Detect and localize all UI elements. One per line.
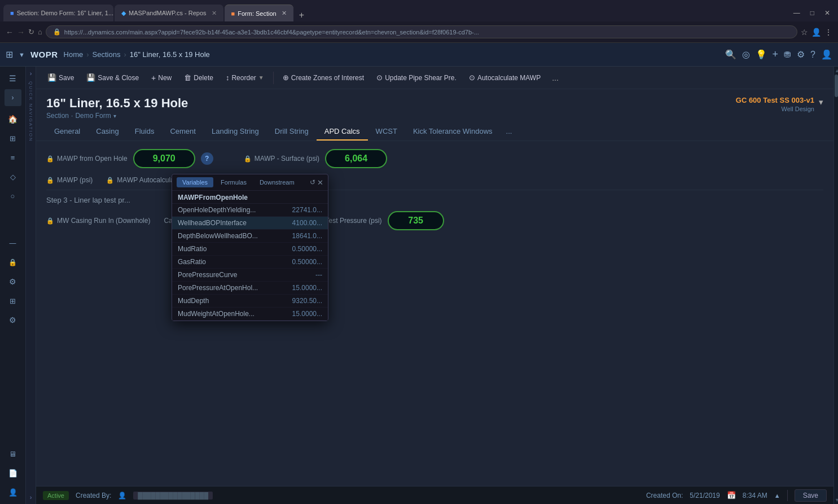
sidebar-user-icon[interactable]: 👤 — [5, 484, 21, 501]
popup-row-7[interactable]: MudDepth 9320.50... — [172, 295, 328, 308]
popup-row-5[interactable]: PorePressureCurve --- — [172, 269, 328, 282]
save-close-button[interactable]: 💾 Save & Close — [81, 71, 144, 84]
tab2-close[interactable]: ✕ — [212, 10, 217, 17]
popup-tab-downstream[interactable]: Downstream — [254, 177, 300, 187]
save-button[interactable]: 💾 Save — [42, 71, 80, 84]
right-scrollbar[interactable]: ▲ ▼ — [833, 67, 838, 504]
created-on-time: 8:34 AM — [743, 492, 767, 499]
tab3-close[interactable]: ✕ — [282, 10, 287, 17]
browser-tab-3[interactable]: ■ Form: Section ✕ — [225, 5, 293, 21]
window-maximize[interactable]: □ — [806, 7, 819, 19]
popup-row-0[interactable]: OpenHoleDepthYielding... 22741.0... — [172, 204, 328, 217]
mawp-surface-group: 🔒 MAWP - Surface (psi) 6,064 — [244, 149, 387, 168]
sidebar-menu-icon[interactable]: ☰ — [5, 70, 21, 87]
forward-button[interactable]: → — [17, 28, 25, 37]
update-pipe-button[interactable]: ⊙ Update Pipe Shear Pre. — [371, 71, 462, 84]
settings-icon[interactable]: ⋮ — [824, 28, 832, 37]
profile-icon[interactable]: 👤 — [811, 28, 821, 37]
address-input[interactable]: 🔒 https://...dynamics.com/main.aspx?appi… — [46, 25, 797, 38]
mawp-open-hole-input[interactable]: 9,070 — [133, 149, 195, 168]
tab-wcst[interactable]: WCST — [368, 123, 405, 141]
new-button[interactable]: + New — [146, 71, 177, 85]
target-icon[interactable]: ◎ — [742, 49, 750, 60]
sidebar-chevron-right[interactable]: › — [5, 89, 21, 106]
filter-icon[interactable]: ⛃ — [784, 50, 791, 60]
toolbar-more[interactable]: ... — [547, 71, 563, 85]
home-button[interactable]: ⌂ — [38, 28, 42, 36]
breadcrumb-home[interactable]: Home — [64, 50, 84, 59]
lightbulb-icon[interactable]: 💡 — [756, 49, 767, 60]
popup-row-value-8: 15.0000... — [292, 310, 322, 318]
statusbar-save-button[interactable]: Save — [795, 489, 827, 502]
sidebar-grid-icon[interactable]: ⊞ — [5, 292, 21, 309]
sidebar-settings-icon[interactable]: ⚙ — [5, 312, 21, 328]
sidebar-doc-icon[interactable]: 📄 — [5, 464, 21, 481]
page-title: 16" Liner, 16.5 x 19 Hole — [46, 96, 188, 111]
popup-row-3[interactable]: MudRatio 0.50000... — [172, 243, 328, 256]
delete-button[interactable]: 🗑 Delete — [178, 71, 219, 84]
back-button[interactable]: ← — [6, 28, 14, 37]
scrollbar-thumb[interactable] — [835, 74, 838, 97]
tab-apd-calcs[interactable]: APD Calcs — [317, 123, 368, 141]
sidebar-home-icon[interactable]: 🏠 — [5, 111, 21, 128]
sidebar-person-icon[interactable]: ◇ — [5, 168, 21, 185]
popup-tab-variables[interactable]: Variables — [177, 177, 213, 187]
window-close[interactable]: ✕ — [820, 7, 835, 19]
page-header-chevron[interactable]: ▾ — [819, 97, 823, 107]
reorder-chevron[interactable]: ▼ — [258, 74, 264, 81]
tab-casing[interactable]: Casing — [88, 123, 126, 141]
question-badge[interactable]: ? — [201, 152, 213, 165]
browser-tab-1[interactable]: ■ Section: Demo Form: 16" Liner, 1... ✕ — [3, 5, 113, 21]
well-design-link[interactable]: GC 600 Test SS 003-v1 — [736, 96, 814, 104]
breadcrumb-sections[interactable]: Sections — [93, 50, 121, 59]
sidebar-monitor-icon[interactable]: 🖥 — [5, 445, 21, 462]
form-chevron[interactable]: ▾ — [113, 113, 116, 119]
quick-nav-chevron-down[interactable]: › — [30, 494, 32, 501]
gear-icon[interactable]: ⚙ — [797, 49, 805, 60]
popup-tab-formulas[interactable]: Formulas — [215, 177, 252, 187]
tab-more[interactable]: ... — [501, 123, 518, 141]
scroll-up-arrow[interactable]: ▲ — [835, 68, 837, 73]
grid-icon[interactable]: ⊞ — [6, 49, 13, 60]
calendar-icon[interactable]: 📅 — [727, 491, 736, 499]
create-zones-button[interactable]: ⊕ Create Zones of Interest — [277, 71, 370, 84]
sidebar-cog-icon[interactable]: ⚙ — [5, 273, 21, 290]
time-chevron[interactable]: ▲ — [774, 492, 780, 499]
scroll-down-arrow[interactable]: ▼ — [835, 497, 837, 503]
new-tab-button[interactable]: + — [295, 10, 309, 20]
form-label[interactable]: Demo Form — [75, 112, 111, 120]
reload-button[interactable]: ↻ — [28, 28, 34, 36]
bookmark-icon[interactable]: ☆ — [801, 28, 808, 37]
mawp-surface-value[interactable]: 6,064 — [325, 149, 387, 168]
user-icon[interactable]: 👤 — [821, 49, 832, 60]
tab-cement[interactable]: Cement — [162, 123, 204, 141]
tab-drill-string[interactable]: Drill String — [267, 123, 317, 141]
plus-icon[interactable]: + — [773, 49, 779, 60]
popup-row-1[interactable]: WellheadBOPInterface 4100.00... — [172, 217, 328, 230]
search-icon[interactable]: 🔍 — [725, 49, 736, 60]
popup-row-6[interactable]: PorePressureAtOpenHol... 15.0000... — [172, 282, 328, 295]
liner-lap-value[interactable]: 735 — [388, 211, 444, 230]
tab-landing-string[interactable]: Landing String — [204, 123, 267, 141]
help-icon[interactable]: ? — [810, 50, 815, 60]
sidebar-list-icon[interactable]: ≡ — [5, 149, 21, 166]
sidebar-pencil-icon[interactable]: — — [5, 235, 21, 252]
popup-row-2[interactable]: DepthBelowWellheadBO... 18641.0... — [172, 230, 328, 243]
sidebar-lock-icon[interactable]: 🔒 — [5, 254, 21, 271]
sidebar-dot-icon[interactable]: ○ — [5, 187, 21, 204]
tab-kick-tolerance[interactable]: Kick Tolerance Windows — [405, 123, 501, 141]
sidebar-tree-icon[interactable]: ⊞ — [5, 130, 21, 147]
browser-tab-2[interactable]: ◆ MASPandMAWP.cs - Repos ✕ — [115, 5, 223, 21]
popup-close[interactable]: ✕ — [317, 178, 323, 187]
topnav-collapse-chevron[interactable]: ▼ — [19, 51, 25, 58]
popup-row-8[interactable]: MudWeightAtOpenHole... 15.0000... — [172, 308, 328, 321]
tab-general[interactable]: General — [46, 123, 88, 141]
popup-row-4[interactable]: GasRatio 0.50000... — [172, 256, 328, 269]
reorder-button[interactable]: ↕ Reorder ▼ — [220, 71, 270, 84]
autocalculate-button[interactable]: ⊙ Autocalculate MAWP — [463, 71, 546, 84]
breadcrumb-sep1: › — [86, 50, 89, 59]
popup-refresh[interactable]: ↺ — [310, 178, 315, 186]
tab-fluids[interactable]: Fluids — [127, 123, 163, 141]
quick-nav-chevron-right[interactable]: › — [30, 70, 32, 77]
window-minimize[interactable]: — — [789, 7, 805, 19]
